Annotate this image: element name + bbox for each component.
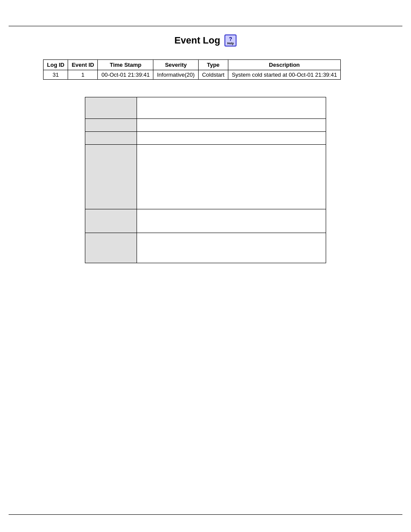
table-header-row: Log ID Event ID Time Stamp Severity Type… — [44, 60, 341, 70]
detail-value-2 — [137, 119, 326, 132]
col-header-severity: Severity — [153, 60, 198, 70]
detail-table-container — [17, 97, 394, 263]
detail-label-2 — [85, 119, 137, 132]
cell-severity: Informative(20) — [153, 70, 198, 80]
detail-row-5 — [85, 209, 326, 233]
detail-row-6 — [85, 233, 326, 263]
detail-row-2 — [85, 119, 326, 132]
help-icon-symbol: ? — [229, 37, 232, 42]
cell-event-id: 1 — [68, 70, 98, 80]
detail-label-5 — [85, 209, 137, 233]
detail-value-1 — [137, 97, 326, 119]
detail-label-6 — [85, 233, 137, 263]
detail-value-5 — [137, 209, 326, 233]
cell-type: Coldstart — [198, 70, 228, 80]
top-border — [9, 26, 402, 26]
detail-row-3 — [85, 132, 326, 145]
col-header-log-id: Log ID — [44, 60, 68, 70]
col-header-type: Type — [198, 60, 228, 70]
detail-value-4 — [137, 145, 326, 209]
detail-value-3 — [137, 132, 326, 145]
title-area: Event Log ? Help — [17, 34, 394, 47]
cell-log-id: 31 — [44, 70, 68, 80]
table-row: 31 1 00-Oct-01 21:39:41 Informative(20) … — [44, 70, 341, 80]
help-button[interactable]: ? Help — [224, 34, 237, 47]
cell-description: System cold started at 00-Oct-01 21:39:4… — [228, 70, 340, 80]
bottom-border — [9, 514, 402, 515]
detail-row-4 — [85, 145, 326, 209]
detail-label-3 — [85, 132, 137, 145]
event-log-table: Log ID Event ID Time Stamp Severity Type… — [43, 59, 341, 80]
cell-time-stamp: 00-Oct-01 21:39:41 — [98, 70, 153, 80]
col-header-time-stamp: Time Stamp — [98, 60, 153, 70]
detail-label-4 — [85, 145, 137, 209]
detail-row-1 — [85, 97, 326, 119]
detail-value-6 — [137, 233, 326, 263]
page-title: Event Log — [174, 35, 220, 46]
detail-label-1 — [85, 97, 137, 119]
col-header-description: Description — [228, 60, 340, 70]
detail-table — [85, 97, 326, 263]
col-header-event-id: Event ID — [68, 60, 98, 70]
help-icon-label: Help — [227, 42, 234, 45]
